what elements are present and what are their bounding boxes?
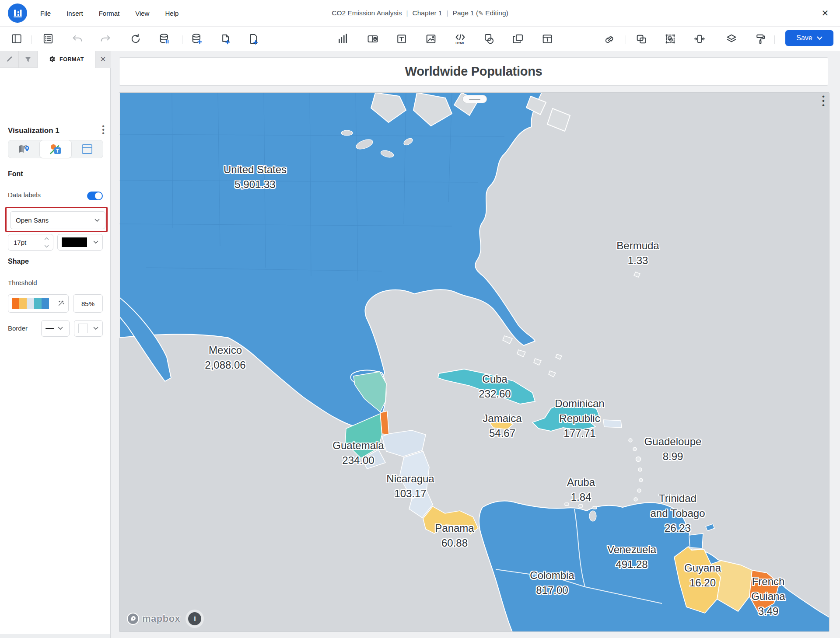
filter-icon bbox=[24, 56, 32, 63]
data-sources-button[interactable] bbox=[158, 33, 172, 46]
threshold-color-swatch bbox=[12, 298, 19, 309]
outline-button[interactable] bbox=[42, 33, 56, 46]
map-attribution: mapbox i bbox=[126, 612, 201, 625]
font-size-stepper[interactable] bbox=[40, 234, 53, 250]
chevron-down-icon bbox=[93, 327, 98, 330]
threshold-color-swatch bbox=[19, 298, 27, 309]
mapbox-logo-icon bbox=[126, 612, 140, 625]
fit-width-button[interactable] bbox=[693, 33, 707, 46]
editing-label: Editing bbox=[485, 9, 506, 17]
font-family-value: Open Sans bbox=[16, 216, 49, 224]
gear-icon bbox=[49, 56, 56, 63]
region-puerto-rico[interactable] bbox=[603, 420, 622, 428]
link-button[interactable] bbox=[603, 33, 616, 46]
insert-text-button[interactable] bbox=[396, 33, 409, 46]
page-name[interactable]: Page 1 bbox=[453, 9, 474, 17]
font-color-select[interactable] bbox=[57, 234, 103, 251]
font-section-heading: Font bbox=[8, 170, 23, 178]
undo-button[interactable] bbox=[71, 33, 84, 46]
map-visualization[interactable]: ••• bbox=[119, 92, 830, 632]
choropleth-map[interactable] bbox=[119, 93, 830, 632]
threshold-color-swatch bbox=[34, 298, 42, 309]
refresh-button[interactable] bbox=[130, 33, 143, 46]
tab-edit[interactable] bbox=[0, 51, 19, 68]
chevron-down-icon bbox=[94, 219, 100, 222]
border-color-swatch bbox=[78, 324, 88, 333]
font-size-value: 17pt bbox=[8, 239, 26, 246]
line-style-icon bbox=[46, 328, 54, 329]
mapbox-logo[interactable]: mapbox bbox=[126, 612, 180, 625]
threshold-color-swatch bbox=[42, 298, 49, 309]
theme-paint-button[interactable] bbox=[755, 33, 768, 46]
threshold-label: Threshold bbox=[8, 279, 37, 286]
panel-footer bbox=[0, 634, 110, 638]
insert-chart-button[interactable] bbox=[337, 33, 350, 46]
svg-text:HTML: HTML bbox=[455, 41, 465, 45]
panel-tabs: FORMAT ✕ bbox=[0, 51, 111, 68]
page-title-widget[interactable]: Worldwide Populations bbox=[119, 57, 828, 86]
border-label: Border bbox=[8, 324, 28, 332]
window-close-icon[interactable]: ✕ bbox=[820, 8, 830, 18]
layout-panel-icon bbox=[81, 144, 93, 154]
insert-html-button[interactable]: HTML bbox=[454, 33, 467, 46]
border-color-select[interactable] bbox=[74, 320, 103, 337]
threshold-value-input[interactable]: 85% bbox=[73, 294, 103, 313]
threshold-palette-select[interactable] bbox=[8, 294, 69, 313]
widget-drag-handle[interactable] bbox=[462, 95, 487, 103]
copy-widget-button[interactable] bbox=[512, 33, 525, 46]
region-trinidad[interactable] bbox=[689, 533, 703, 548]
menu-bar: File Insert Format View Help CO2 Emissio… bbox=[0, 0, 840, 27]
document-name[interactable]: CO2 Emission Analysis bbox=[332, 9, 402, 17]
text-style-tab[interactable]: T bbox=[40, 140, 71, 158]
font-color-swatch bbox=[62, 237, 87, 247]
magic-wand-icon bbox=[57, 300, 65, 307]
insert-shape-button[interactable] bbox=[483, 33, 496, 46]
annotation-highlight-box: Open Sans bbox=[5, 207, 108, 232]
shape-section-heading: Shape bbox=[8, 258, 29, 265]
duplicate-page-button[interactable] bbox=[219, 33, 232, 46]
threshold-color-swatch bbox=[27, 298, 34, 309]
tab-format[interactable]: FORMAT bbox=[38, 51, 95, 68]
map-menu-icon[interactable]: ••• bbox=[818, 94, 829, 108]
layout-style-tab[interactable] bbox=[71, 140, 103, 158]
svg-text:T: T bbox=[56, 148, 59, 153]
panel-close-icon[interactable]: ✕ bbox=[95, 51, 111, 68]
map-info-icon[interactable]: i bbox=[188, 612, 201, 625]
lake-maracaibo bbox=[589, 511, 596, 521]
editor-canvas[interactable]: Worldwide Populations ••• bbox=[111, 51, 840, 638]
stepper-down-icon[interactable] bbox=[40, 242, 53, 250]
chevron-down-icon bbox=[58, 327, 63, 330]
font-size-input[interactable]: 17pt bbox=[8, 234, 53, 251]
add-data-button[interactable] bbox=[191, 33, 204, 46]
visualization-type-switcher: T bbox=[8, 140, 103, 158]
editing-pencil-icon: ✎ bbox=[478, 10, 483, 17]
data-labels-label: Data labels bbox=[8, 191, 41, 199]
redo-button[interactable] bbox=[99, 33, 112, 46]
threshold-color-swatches bbox=[12, 298, 49, 309]
data-labels-toggle[interactable] bbox=[87, 192, 103, 200]
layers-button[interactable] bbox=[725, 33, 738, 46]
stepper-up-icon[interactable] bbox=[40, 234, 53, 242]
combine-shapes-button[interactable] bbox=[635, 33, 648, 46]
save-button[interactable]: Save bbox=[785, 30, 833, 46]
format-tab-label: FORMAT bbox=[60, 56, 84, 63]
tab-filter[interactable] bbox=[19, 51, 38, 68]
insert-info-widget-button[interactable] bbox=[541, 33, 554, 46]
chevron-down-icon bbox=[817, 36, 822, 40]
text-style-icon: T bbox=[49, 143, 62, 155]
pencil-icon bbox=[6, 56, 13, 63]
threshold-value-text: 85% bbox=[81, 300, 94, 307]
map-style-tab[interactable] bbox=[8, 140, 40, 158]
font-family-select[interactable]: Open Sans bbox=[10, 211, 105, 229]
border-style-select[interactable] bbox=[41, 320, 70, 337]
add-page-button[interactable] bbox=[248, 33, 261, 46]
toggle-sidebar-button[interactable] bbox=[11, 33, 24, 46]
visualization-title: Visualization 1 bbox=[8, 126, 60, 135]
insert-image-button[interactable] bbox=[425, 33, 438, 46]
toolbar: HTML Save bbox=[0, 27, 840, 51]
insert-control-button[interactable] bbox=[367, 33, 380, 46]
map-pin-icon bbox=[18, 143, 31, 155]
group-selection-button[interactable] bbox=[664, 33, 677, 46]
chapter-name[interactable]: Chapter 1 bbox=[412, 9, 442, 17]
visualization-menu-icon[interactable]: ••• bbox=[99, 125, 108, 135]
